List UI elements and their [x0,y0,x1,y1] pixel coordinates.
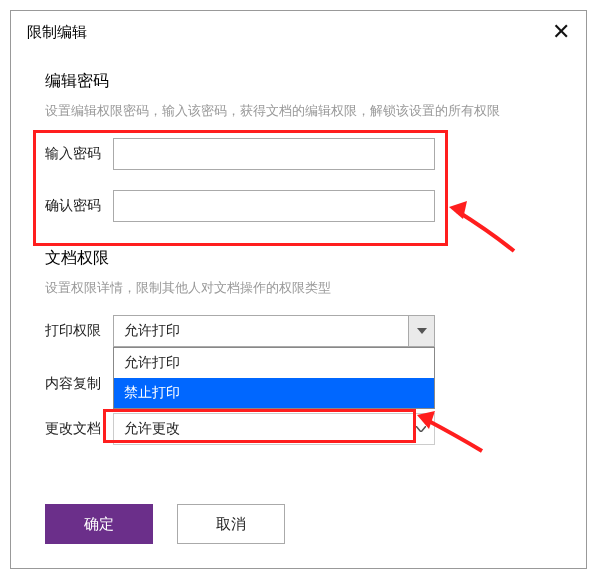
permissions-section-desc: 设置权限详情，限制其他人对文档操作的权限类型 [45,279,552,297]
confirm-password-row: 确认密码 [45,190,552,222]
input-password-field[interactable] [113,138,435,170]
chevron-down-icon [408,316,434,346]
titlebar: 限制编辑 ✕ [11,11,586,51]
dropdown-option-forbid-print[interactable]: 禁止打印 [114,378,434,408]
copy-permission-label: 内容复制 [45,375,113,393]
cancel-button[interactable]: 取消 [177,504,285,544]
change-permission-select[interactable]: 允许更改 [113,413,435,445]
button-row: 确定 取消 [45,504,285,544]
change-permission-value: 允许更改 [114,414,408,444]
print-permission-label: 打印权限 [45,322,113,340]
print-permission-row: 打印权限 允许打印 允许打印 禁止打印 [45,315,552,347]
close-button[interactable]: ✕ [552,21,570,43]
restrict-edit-dialog: 限制编辑 ✕ 编辑密码 设置编辑权限密码，输入该密码，获得文档的编辑权限，解锁该… [10,10,587,569]
print-permission-value: 允许打印 [114,316,408,346]
confirm-password-field[interactable] [113,190,435,222]
print-permission-dropdown: 允许打印 禁止打印 [113,347,435,409]
dialog-title: 限制编辑 [27,23,87,42]
chevron-down-icon [408,414,434,444]
confirm-password-label: 确认密码 [45,197,113,215]
input-password-label: 输入密码 [45,145,113,163]
password-section-desc: 设置编辑权限密码，输入该密码，获得文档的编辑权限，解锁该设置的所有权限 [45,102,552,120]
dialog-content: 编辑密码 设置编辑权限密码，输入该密码，获得文档的编辑权限，解锁该设置的所有权限… [11,51,586,445]
permissions-section-title: 文档权限 [45,248,552,269]
change-permission-label: 更改文档 [45,420,113,438]
password-section-title: 编辑密码 [45,71,552,92]
change-permission-row: 更改文档 允许更改 [45,413,552,445]
dropdown-option-allow-print[interactable]: 允许打印 [114,348,434,378]
print-permission-select[interactable]: 允许打印 允许打印 禁止打印 [113,315,435,347]
permissions-section: 文档权限 设置权限详情，限制其他人对文档操作的权限类型 打印权限 允许打印 允许… [45,248,552,445]
ok-button[interactable]: 确定 [45,504,153,544]
close-icon: ✕ [552,19,570,44]
input-password-row: 输入密码 [45,138,552,170]
